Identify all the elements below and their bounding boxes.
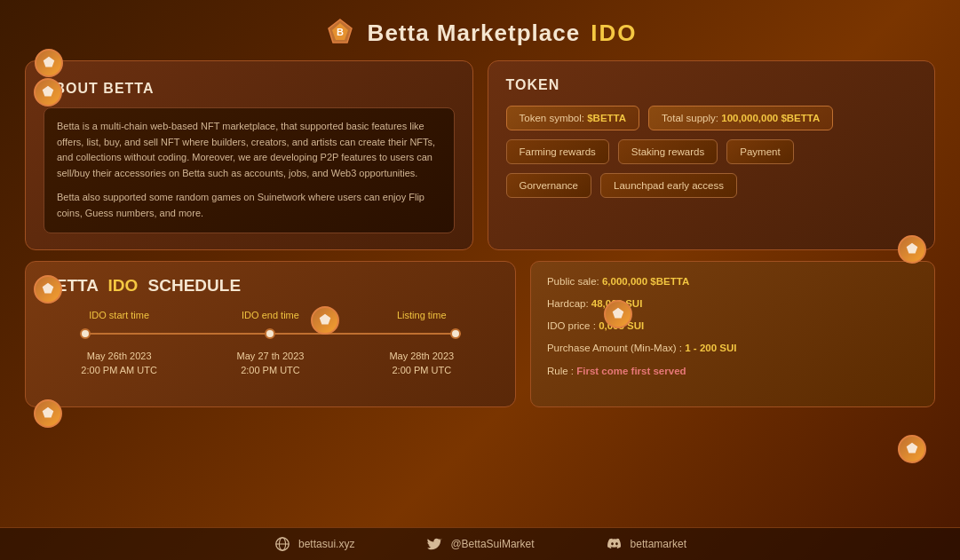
ido-info-card: Public sale: 6,000,000 $BETTA Hardcap: 4… [530,261,935,407]
svg-marker-9 [613,308,624,319]
timeline-dates: May 26th 2023 2:00 PM AM UTC May 27 th 2… [44,349,497,378]
timeline-date-2-time: 2:00 PM UTC [346,363,497,378]
token-symbol-value: $BETTA [587,113,626,123]
svg-marker-6 [43,407,54,418]
ido-info-rule: Rule : First come first served [547,364,918,379]
ido-rule-value: First come first served [576,366,686,376]
timeline-date-2: May 28th 2023 2:00 PM UTC [346,349,497,378]
ido-schedule-title: BETTA IDO SCHEDULE [44,276,497,296]
deco-icon-mid-left [34,275,62,304]
timeline-date-0-time: 2:00 PM AM UTC [44,363,194,378]
token-card: TOKEN Token symbol: $BETTA Total supply:… [488,60,936,250]
ido-title-schedule: SCHEDULE [148,276,242,295]
ido-info-hardcap: Hardcap: 48,000 SUI [547,296,918,312]
svg-marker-4 [43,283,54,294]
token-supply-value: 100,000,000 $BETTA [721,113,820,123]
ido-schedule-card: BETTA IDO SCHEDULE IDO start time IDO en… [25,261,516,407]
token-title: TOKEN [506,77,917,93]
svg-text:B: B [337,27,344,37]
token-supply-badge: Total supply: 100,000,000 $BETTA [648,106,833,130]
svg-marker-8 [320,314,331,325]
footer-discord: bettamarket [606,535,686,553]
timeline-date-0-date: May 26th 2023 [44,349,194,364]
discord-icon [606,535,623,553]
timeline-label-0: IDO start time [44,310,194,320]
timeline-dot-1 [265,328,275,339]
ido-rule-label: Rule : [547,366,574,376]
about-paragraph-2: Betta also supported some random games o… [57,190,441,221]
header-title: Betta Marketplace [368,20,581,47]
footer-twitter: @BettaSuiMarket [425,535,534,553]
deco-icon-mid-right [898,235,926,264]
header-logo-icon: B [323,16,357,50]
ido-purchase-value: 1 - 200 SUI [685,343,736,353]
footer-website-text: bettasui.xyz [298,538,354,550]
ido-public-sale-label: Public sale: [547,276,599,287]
ido-purchase-label: Purchase Amount (Min-Max) : [547,343,682,353]
token-symbol-label: Token symbol: [520,113,585,123]
deco-icon-about-bottom [311,306,339,335]
token-symbol-badge: Token symbol: $BETTA [506,106,640,130]
token-row-2: Farming rewards Staking rewards Payment [506,139,917,164]
about-paragraph-1: Betta is a multi-chain web-based NFT mar… [57,119,441,181]
top-row: ABOUT BETTA Betta is a multi-chain web-b… [25,60,935,250]
footer: bettasui.xyz @BettaSuiMarket bettamarket [0,527,960,560]
timeline-track [44,327,497,340]
main-content: ABOUT BETTA Betta is a multi-chain web-b… [0,60,960,407]
header-ido-label: IDO [591,20,637,47]
svg-marker-7 [907,443,918,454]
twitter-icon [425,535,443,553]
svg-marker-5 [907,243,918,254]
about-card-icon [35,49,63,77]
ido-info-public-sale: Public sale: 6,000,000 $BETTA [547,274,918,289]
token-row-3: Gorvernance Launchpad early access [506,173,917,198]
ido-info-price: IDO price : 0,008 SUI [547,319,918,334]
deco-icon-token-bottom [604,300,632,328]
about-card: ABOUT BETTA Betta is a multi-chain web-b… [25,60,473,250]
timeline-dot-0 [80,328,91,339]
timeline-dot-2 [450,328,461,339]
header: B Betta Marketplace IDO [0,0,960,60]
deco-icon-bot-right [898,435,926,463]
token-badge-payment: Payment [726,139,793,164]
website-icon [274,535,291,553]
ido-price-label: IDO price : [547,320,596,331]
ido-title-ido: IDO [108,276,139,295]
svg-marker-3 [43,86,54,97]
footer-discord-text: bettamarket [631,538,686,550]
token-row-1: Token symbol: $BETTA Total supply: 100,0… [506,106,917,130]
timeline-date-0: May 26th 2023 2:00 PM AM UTC [44,349,194,378]
about-text-box: Betta is a multi-chain web-based NFT mar… [44,107,455,233]
deco-icon-top-left [34,78,62,106]
deco-icon-bot-left [34,399,62,428]
token-badge-staking: Staking rewards [618,139,718,164]
token-badge-launchpad: Launchpad early access [600,173,737,198]
timeline-dots [80,328,461,339]
ido-public-sale-value: 6,000,000 $BETTA [602,276,689,287]
timeline-date-1-date: May 27 th 2023 [194,349,345,364]
timeline-labels: IDO start time IDO end time Listing time [44,310,497,320]
footer-twitter-text: @BettaSuiMarket [450,538,534,550]
timeline-date-1-time: 2:00 PM UTC [194,363,345,378]
token-supply-label: Total supply: [662,113,718,123]
timeline-section: IDO start time IDO end time Listing time… [44,310,497,378]
bottom-row: BETTA IDO SCHEDULE IDO start time IDO en… [25,261,935,407]
svg-marker-10 [44,57,55,67]
token-badge-governance: Gorvernance [506,173,591,198]
footer-website: bettasui.xyz [274,535,354,553]
ido-info-purchase: Purchase Amount (Min-Max) : 1 - 200 SUI [547,341,918,356]
ido-hardcap-label: Hardcap: [547,298,589,309]
about-title: ABOUT BETTA [44,81,455,97]
timeline-date-1: May 27 th 2023 2:00 PM UTC [194,349,345,378]
token-badge-farming: Farming rewards [506,139,609,164]
timeline-label-2: Listing time [346,310,497,320]
timeline-date-2-date: May 28th 2023 [346,349,497,364]
